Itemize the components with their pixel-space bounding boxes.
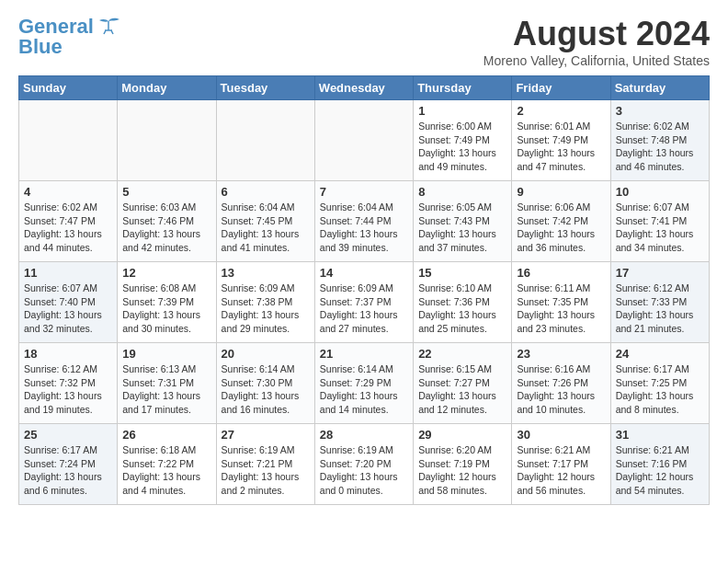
calendar-cell: 19Sunrise: 6:13 AM Sunset: 7:31 PM Dayli… xyxy=(118,343,216,424)
calendar-cell: 10Sunrise: 6:07 AM Sunset: 7:41 PM Dayli… xyxy=(610,181,709,262)
day-info: Sunrise: 6:03 AM Sunset: 7:46 PM Dayligh… xyxy=(122,201,210,255)
day-number: 21 xyxy=(320,347,408,361)
calendar-week-1: 1Sunrise: 6:00 AM Sunset: 7:49 PM Daylig… xyxy=(19,100,710,181)
title-area: August 2024 Moreno Valley, California, U… xyxy=(483,15,710,68)
calendar-cell: 28Sunrise: 6:19 AM Sunset: 7:20 PM Dayli… xyxy=(314,424,413,505)
day-number: 28 xyxy=(320,428,408,442)
day-info: Sunrise: 6:01 AM Sunset: 7:49 PM Dayligh… xyxy=(517,120,605,174)
day-info: Sunrise: 6:08 AM Sunset: 7:39 PM Dayligh… xyxy=(122,282,210,336)
calendar-cell xyxy=(216,100,314,181)
day-number: 9 xyxy=(517,185,605,199)
day-number: 6 xyxy=(222,185,310,199)
day-number: 2 xyxy=(517,104,605,118)
day-info: Sunrise: 6:20 AM Sunset: 7:19 PM Dayligh… xyxy=(418,443,506,498)
weekday-header-monday: Monday xyxy=(118,76,216,100)
calendar-cell: 29Sunrise: 6:20 AM Sunset: 7:19 PM Dayli… xyxy=(414,424,512,505)
day-info: Sunrise: 6:07 AM Sunset: 7:41 PM Dayligh… xyxy=(616,201,704,255)
month-title: August 2024 xyxy=(483,15,710,53)
logo: General Blue xyxy=(18,15,121,59)
day-number: 23 xyxy=(517,347,605,361)
location: Moreno Valley, California, United States xyxy=(483,53,710,68)
day-number: 25 xyxy=(24,428,112,442)
day-number: 24 xyxy=(616,347,704,361)
calendar-cell: 27Sunrise: 6:19 AM Sunset: 7:21 PM Dayli… xyxy=(216,424,314,505)
day-info: Sunrise: 6:14 AM Sunset: 7:30 PM Dayligh… xyxy=(222,362,310,417)
weekday-header-saturday: Saturday xyxy=(610,76,709,100)
day-number: 19 xyxy=(122,347,210,361)
day-info: Sunrise: 6:18 AM Sunset: 7:22 PM Dayligh… xyxy=(122,443,210,498)
day-info: Sunrise: 6:16 AM Sunset: 7:26 PM Dayligh… xyxy=(517,362,605,417)
day-info: Sunrise: 6:21 AM Sunset: 7:17 PM Dayligh… xyxy=(517,443,605,498)
calendar-cell: 17Sunrise: 6:12 AM Sunset: 7:33 PM Dayli… xyxy=(610,262,709,343)
day-number: 29 xyxy=(418,428,506,442)
day-number: 10 xyxy=(616,185,704,199)
day-info: Sunrise: 6:10 AM Sunset: 7:36 PM Dayligh… xyxy=(418,282,506,336)
day-number: 20 xyxy=(222,347,310,361)
day-info: Sunrise: 6:14 AM Sunset: 7:29 PM Dayligh… xyxy=(320,362,408,417)
weekday-header-sunday: Sunday xyxy=(19,76,118,100)
calendar-cell: 22Sunrise: 6:15 AM Sunset: 7:27 PM Dayli… xyxy=(414,343,512,424)
day-number: 30 xyxy=(517,428,605,442)
calendar-cell: 14Sunrise: 6:09 AM Sunset: 7:37 PM Dayli… xyxy=(314,262,413,343)
calendar-cell: 4Sunrise: 6:02 AM Sunset: 7:47 PM Daylig… xyxy=(19,181,118,262)
day-info: Sunrise: 6:04 AM Sunset: 7:44 PM Dayligh… xyxy=(320,201,408,255)
day-number: 16 xyxy=(517,266,605,280)
calendar-cell: 24Sunrise: 6:17 AM Sunset: 7:25 PM Dayli… xyxy=(610,343,709,424)
day-number: 27 xyxy=(222,428,310,442)
day-info: Sunrise: 6:19 AM Sunset: 7:20 PM Dayligh… xyxy=(320,443,408,498)
day-number: 31 xyxy=(616,428,704,442)
calendar-cell: 2Sunrise: 6:01 AM Sunset: 7:49 PM Daylig… xyxy=(512,100,610,181)
day-number: 22 xyxy=(418,347,506,361)
weekday-header-tuesday: Tuesday xyxy=(216,76,314,100)
calendar-cell xyxy=(118,100,216,181)
calendar-cell: 18Sunrise: 6:12 AM Sunset: 7:32 PM Dayli… xyxy=(19,343,118,424)
calendar-week-3: 11Sunrise: 6:07 AM Sunset: 7:40 PM Dayli… xyxy=(19,262,710,343)
day-info: Sunrise: 6:12 AM Sunset: 7:32 PM Dayligh… xyxy=(24,362,112,417)
calendar: SundayMondayTuesdayWednesdayThursdayFrid… xyxy=(18,75,710,505)
day-number: 4 xyxy=(24,185,112,199)
calendar-cell xyxy=(314,100,413,181)
calendar-cell: 16Sunrise: 6:11 AM Sunset: 7:35 PM Dayli… xyxy=(512,262,610,343)
calendar-cell: 7Sunrise: 6:04 AM Sunset: 7:44 PM Daylig… xyxy=(314,181,413,262)
day-info: Sunrise: 6:04 AM Sunset: 7:45 PM Dayligh… xyxy=(222,201,310,255)
day-number: 15 xyxy=(418,266,506,280)
calendar-cell: 25Sunrise: 6:17 AM Sunset: 7:24 PM Dayli… xyxy=(19,424,118,505)
day-number: 7 xyxy=(320,185,408,199)
day-info: Sunrise: 6:21 AM Sunset: 7:16 PM Dayligh… xyxy=(616,443,704,498)
day-info: Sunrise: 6:17 AM Sunset: 7:24 PM Dayligh… xyxy=(24,443,112,498)
day-number: 5 xyxy=(122,185,210,199)
day-info: Sunrise: 6:02 AM Sunset: 7:48 PM Dayligh… xyxy=(616,120,704,174)
weekday-header-thursday: Thursday xyxy=(414,76,512,100)
calendar-cell: 15Sunrise: 6:10 AM Sunset: 7:36 PM Dayli… xyxy=(414,262,512,343)
day-number: 17 xyxy=(616,266,704,280)
day-info: Sunrise: 6:00 AM Sunset: 7:49 PM Dayligh… xyxy=(418,120,506,174)
calendar-week-4: 18Sunrise: 6:12 AM Sunset: 7:32 PM Dayli… xyxy=(19,343,710,424)
day-number: 8 xyxy=(418,185,506,199)
day-number: 1 xyxy=(418,104,506,118)
calendar-cell: 13Sunrise: 6:09 AM Sunset: 7:38 PM Dayli… xyxy=(216,262,314,343)
day-number: 12 xyxy=(122,266,210,280)
day-info: Sunrise: 6:06 AM Sunset: 7:42 PM Dayligh… xyxy=(517,201,605,255)
day-info: Sunrise: 6:09 AM Sunset: 7:37 PM Dayligh… xyxy=(320,282,408,336)
calendar-cell: 21Sunrise: 6:14 AM Sunset: 7:29 PM Dayli… xyxy=(314,343,413,424)
weekday-header-row: SundayMondayTuesdayWednesdayThursdayFrid… xyxy=(19,76,710,100)
calendar-cell: 3Sunrise: 6:02 AM Sunset: 7:48 PM Daylig… xyxy=(610,100,709,181)
day-number: 18 xyxy=(24,347,112,361)
day-info: Sunrise: 6:15 AM Sunset: 7:27 PM Dayligh… xyxy=(418,362,506,417)
calendar-cell: 20Sunrise: 6:14 AM Sunset: 7:30 PM Dayli… xyxy=(216,343,314,424)
day-info: Sunrise: 6:19 AM Sunset: 7:21 PM Dayligh… xyxy=(222,443,310,498)
weekday-header-friday: Friday xyxy=(512,76,610,100)
day-number: 3 xyxy=(616,104,704,118)
day-info: Sunrise: 6:09 AM Sunset: 7:38 PM Dayligh… xyxy=(222,282,310,336)
calendar-cell: 8Sunrise: 6:05 AM Sunset: 7:43 PM Daylig… xyxy=(414,181,512,262)
calendar-week-5: 25Sunrise: 6:17 AM Sunset: 7:24 PM Dayli… xyxy=(19,424,710,505)
calendar-cell: 31Sunrise: 6:21 AM Sunset: 7:16 PM Dayli… xyxy=(610,424,709,505)
calendar-cell: 5Sunrise: 6:03 AM Sunset: 7:46 PM Daylig… xyxy=(118,181,216,262)
day-info: Sunrise: 6:05 AM Sunset: 7:43 PM Dayligh… xyxy=(418,201,506,255)
day-info: Sunrise: 6:13 AM Sunset: 7:31 PM Dayligh… xyxy=(122,362,210,417)
logo-text-blue: Blue xyxy=(18,35,63,59)
header: General Blue August 2024 Moreno Valley, … xyxy=(18,15,710,68)
day-info: Sunrise: 6:12 AM Sunset: 7:33 PM Dayligh… xyxy=(616,282,704,336)
calendar-cell: 6Sunrise: 6:04 AM Sunset: 7:45 PM Daylig… xyxy=(216,181,314,262)
calendar-cell xyxy=(19,100,118,181)
